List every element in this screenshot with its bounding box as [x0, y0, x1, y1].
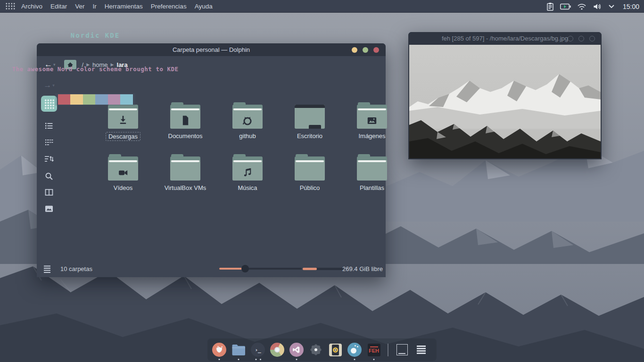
palette-green	[83, 94, 96, 105]
dock-app-menu[interactable]	[414, 343, 429, 357]
chevron-down-icon[interactable]	[608, 4, 615, 8]
folder-github[interactable]: github	[222, 102, 273, 140]
desktop: Archivo Editar Ver Ir Herramientas Prefe…	[0, 0, 644, 362]
feh-window: feh [285 of 597] - /home/lara/Descargas/…	[408, 32, 602, 159]
dock-separator	[388, 344, 388, 356]
folder-label: Descargas	[106, 132, 140, 141]
folder-label: Documentos	[166, 132, 205, 140]
feh-logo-icon: FEH	[368, 344, 380, 356]
sort-icon	[44, 155, 54, 163]
speaker-icon	[329, 344, 342, 356]
dolphin-statusbar: 10 carpetas 269.4 GiB libre	[37, 261, 386, 277]
window-title: feh [285 of 597] - /home/lara/Descargas/…	[442, 35, 568, 42]
github-icon	[241, 115, 254, 127]
dock-settings[interactable]	[309, 343, 323, 357]
split-view-icon	[45, 188, 53, 197]
blue-app-icon	[347, 343, 362, 357]
image-icon	[366, 115, 378, 127]
maximize-button[interactable]	[578, 36, 584, 41]
hamburger-menu-icon	[417, 346, 426, 354]
global-menubar: Archivo Editar Ver Ir Herramientas Prefe…	[0, 0, 644, 13]
chromium-icon	[274, 347, 280, 353]
terminal-heading: Nordic KDE	[0, 32, 190, 39]
feh-image-mountains	[409, 45, 601, 158]
folder-virtualbox-vms[interactable]: VirtualBox VMs	[159, 154, 211, 192]
wifi-icon[interactable]	[577, 3, 586, 10]
folder-label: Vídeos	[111, 184, 135, 192]
terminal-content[interactable]: Nordic KDE The awesome Nord color scheme…	[0, 13, 190, 123]
folder-publico[interactable]: Público	[284, 154, 336, 192]
dock-firefox[interactable]	[212, 343, 226, 357]
menu-archivo[interactable]: Archivo	[21, 3, 42, 10]
folder-label: github	[237, 132, 258, 140]
close-button[interactable]	[589, 36, 595, 41]
clock[interactable]: 15:00	[623, 3, 639, 10]
clipboard-icon[interactable]	[546, 2, 554, 11]
folder-label: Imágenes	[356, 132, 388, 140]
video-camera-icon	[117, 166, 129, 179]
folder-videos[interactable]: Vídeos	[97, 154, 149, 192]
dock-chromium[interactable]	[270, 343, 284, 357]
menu-editar[interactable]: Editar	[50, 3, 67, 10]
compact-view-button[interactable]	[40, 135, 58, 149]
close-button[interactable]	[373, 47, 379, 53]
menu-ver[interactable]: Ver	[75, 3, 84, 10]
menu-preferencias[interactable]: Preferencias	[151, 3, 187, 10]
sort-button[interactable]	[40, 152, 58, 166]
palette-blue	[95, 94, 108, 105]
menu-ayuda[interactable]: Ayuda	[195, 3, 213, 10]
folder-musica[interactable]: Música	[222, 154, 273, 192]
folder-label: Público	[297, 184, 322, 192]
menu-ir[interactable]: Ir	[93, 3, 97, 10]
show-desktop-icon	[396, 344, 408, 355]
vscode-icon	[292, 345, 301, 354]
dock-show-desktop[interactable]	[395, 343, 409, 357]
volume-icon[interactable]	[593, 3, 602, 10]
minimize-button[interactable]	[568, 36, 573, 41]
nord-color-palette	[55, 93, 135, 106]
split-view-button[interactable]	[40, 185, 58, 199]
folder-plantillas[interactable]: Plantillas	[346, 154, 398, 192]
app-launcher-icon[interactable]	[5, 2, 16, 10]
dock-media-player[interactable]	[328, 343, 342, 357]
zoom-slider-knob[interactable]	[241, 265, 249, 272]
dock: ›_	[207, 338, 437, 361]
music-note-icon	[241, 166, 254, 179]
folder-escritorio[interactable]: Escritorio	[284, 102, 336, 140]
folder-label: Música	[235, 184, 259, 192]
battery-icon[interactable]	[560, 3, 571, 10]
terminal-subtitle: The awesome Nord color scheme brought to…	[0, 66, 190, 73]
preview-button[interactable]	[40, 202, 58, 216]
firefox-icon	[214, 345, 224, 355]
menu-herramientas[interactable]: Herramientas	[105, 3, 143, 10]
folder-label: VirtualBox VMs	[162, 184, 209, 192]
folders-count: 10 carpetas	[60, 265, 92, 272]
search-icon	[45, 172, 53, 181]
zoom-slider[interactable]	[219, 268, 302, 270]
blue-folder-icon	[231, 344, 246, 356]
dock-terminal[interactable]: ›_	[251, 343, 265, 357]
folder-imagenes[interactable]: Imágenes	[346, 102, 398, 140]
maximize-button[interactable]	[363, 47, 368, 53]
minimize-button[interactable]	[352, 47, 357, 53]
disk-usage-bar	[303, 268, 343, 270]
palette-red	[58, 94, 71, 105]
free-space-label: 269.4 GiB libre	[342, 265, 383, 272]
search-button[interactable]	[40, 169, 58, 183]
hamburger-menu-icon[interactable]	[43, 265, 51, 273]
palette-purple	[108, 94, 121, 105]
dock-vscode[interactable]	[289, 343, 304, 357]
konsole-window: ~ : fish — Konsole Nordic KDE The awesom…	[0, 0, 190, 123]
dock-blue-app[interactable]	[347, 343, 362, 357]
folder-label: Plantillas	[357, 184, 387, 192]
compact-view-icon	[45, 138, 53, 147]
folder-label: Escritorio	[295, 132, 325, 140]
feh-titlebar[interactable]: feh [285 of 597] - /home/lara/Descargas/…	[408, 32, 602, 45]
dock-feh[interactable]: FEH	[367, 343, 381, 357]
dock-file-manager[interactable]	[231, 343, 246, 357]
terminal-prompt-icon: ›_	[255, 347, 261, 353]
palette-yellow	[70, 94, 83, 105]
palette-cyan	[120, 94, 133, 105]
preview-image-icon	[45, 205, 53, 213]
gear-icon	[309, 343, 323, 357]
